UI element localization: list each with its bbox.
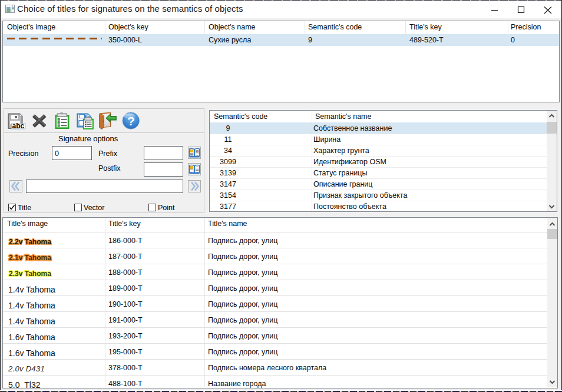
svg-text:?: ? — [127, 114, 135, 128]
svg-text:abc: abc — [12, 122, 25, 129]
